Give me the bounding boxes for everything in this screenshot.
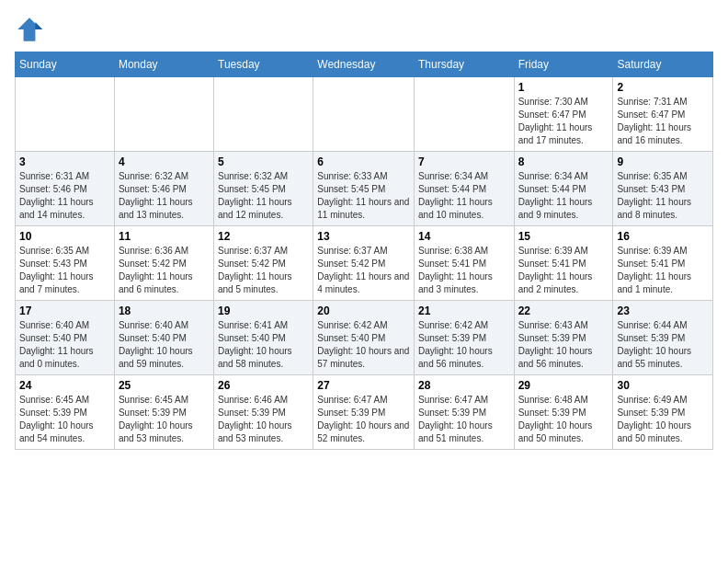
day-info: Sunrise: 6:32 AM Sunset: 5:45 PM Dayligh… [218,170,309,222]
day-number: 6 [317,155,410,168]
day-number: 13 [317,230,410,243]
calendar-cell: 4Sunrise: 6:32 AM Sunset: 5:46 PM Daylig… [114,152,213,226]
day-info: Sunrise: 6:46 AM Sunset: 5:39 PM Dayligh… [218,394,309,445]
day-number: 14 [418,230,510,243]
day-info: Sunrise: 6:36 AM Sunset: 5:42 PM Dayligh… [119,245,210,296]
calendar-cell: 30Sunrise: 6:49 AM Sunset: 5:39 PM Dayli… [613,375,713,450]
day-info: Sunrise: 6:37 AM Sunset: 5:42 PM Dayligh… [317,245,410,296]
calendar-cell: 19Sunrise: 6:41 AM Sunset: 5:40 PM Dayli… [214,301,313,375]
day-number: 15 [518,230,609,243]
calendar-week-row: 24Sunrise: 6:45 AM Sunset: 5:39 PM Dayli… [16,375,713,450]
calendar-cell: 28Sunrise: 6:47 AM Sunset: 5:39 PM Dayli… [415,375,515,450]
day-number: 17 [19,304,110,317]
day-number: 7 [418,155,510,168]
day-number: 11 [119,230,210,243]
calendar-cell: 5Sunrise: 6:32 AM Sunset: 5:45 PM Daylig… [214,152,313,226]
calendar-week-row: 17Sunrise: 6:40 AM Sunset: 5:40 PM Dayli… [16,301,713,375]
calendar-cell [16,77,115,152]
day-number: 20 [317,304,410,317]
day-number: 27 [317,379,410,392]
day-info: Sunrise: 6:47 AM Sunset: 5:39 PM Dayligh… [418,394,510,445]
day-number: 18 [119,304,210,317]
calendar-cell: 15Sunrise: 6:39 AM Sunset: 5:41 PM Dayli… [514,226,613,301]
calendar-cell: 17Sunrise: 6:40 AM Sunset: 5:40 PM Dayli… [16,301,115,375]
day-info: Sunrise: 6:42 AM Sunset: 5:40 PM Dayligh… [317,319,410,371]
day-info: Sunrise: 6:37 AM Sunset: 5:42 PM Dayligh… [218,245,309,296]
day-of-week-header: Wednesday [313,52,415,77]
calendar-cell: 14Sunrise: 6:38 AM Sunset: 5:41 PM Dayli… [415,226,515,301]
day-info: Sunrise: 6:45 AM Sunset: 5:39 PM Dayligh… [119,394,210,445]
day-info: Sunrise: 6:49 AM Sunset: 5:39 PM Dayligh… [617,394,709,445]
calendar-week-row: 10Sunrise: 6:35 AM Sunset: 5:43 PM Dayli… [16,226,713,301]
calendar-cell: 23Sunrise: 6:44 AM Sunset: 5:39 PM Dayli… [613,301,713,375]
calendar-cell: 3Sunrise: 6:31 AM Sunset: 5:46 PM Daylig… [16,152,115,226]
calendar-cell: 18Sunrise: 6:40 AM Sunset: 5:40 PM Dayli… [114,301,213,375]
day-number: 25 [119,379,210,392]
calendar-cell [313,77,415,152]
day-number: 19 [218,304,309,317]
calendar-cell: 24Sunrise: 6:45 AM Sunset: 5:39 PM Dayli… [16,375,115,450]
day-info: Sunrise: 6:40 AM Sunset: 5:40 PM Dayligh… [119,319,210,371]
day-number: 29 [518,379,609,392]
day-info: Sunrise: 6:44 AM Sunset: 5:39 PM Dayligh… [617,319,709,371]
calendar-cell: 27Sunrise: 6:47 AM Sunset: 5:39 PM Dayli… [313,375,415,450]
day-number: 30 [617,379,709,392]
day-info: Sunrise: 6:31 AM Sunset: 5:46 PM Dayligh… [19,170,110,222]
day-info: Sunrise: 6:35 AM Sunset: 5:43 PM Dayligh… [19,245,110,296]
day-info: Sunrise: 6:34 AM Sunset: 5:44 PM Dayligh… [518,170,609,222]
day-of-week-header: Tuesday [214,52,313,77]
calendar-cell [415,77,515,152]
day-info: Sunrise: 6:48 AM Sunset: 5:39 PM Dayligh… [518,394,609,445]
logo-icon [15,15,44,44]
calendar-cell: 22Sunrise: 6:43 AM Sunset: 5:39 PM Dayli… [514,301,613,375]
svg-marker-1 [35,22,42,29]
day-info: Sunrise: 6:39 AM Sunset: 5:41 PM Dayligh… [518,245,609,296]
calendar-cell: 29Sunrise: 6:48 AM Sunset: 5:39 PM Dayli… [514,375,613,450]
day-number: 26 [218,379,309,392]
calendar-cell: 11Sunrise: 6:36 AM Sunset: 5:42 PM Dayli… [114,226,213,301]
day-of-week-header: Friday [514,52,613,77]
calendar-cell: 2Sunrise: 7:31 AM Sunset: 6:47 PM Daylig… [613,77,713,152]
calendar-cell: 25Sunrise: 6:45 AM Sunset: 5:39 PM Dayli… [114,375,213,450]
day-of-week-header: Sunday [16,52,115,77]
calendar-cell: 20Sunrise: 6:42 AM Sunset: 5:40 PM Dayli… [313,301,415,375]
day-info: Sunrise: 6:32 AM Sunset: 5:46 PM Dayligh… [119,170,210,222]
day-number: 23 [617,304,709,317]
day-number: 24 [19,379,110,392]
calendar-cell: 10Sunrise: 6:35 AM Sunset: 5:43 PM Dayli… [16,226,115,301]
day-info: Sunrise: 6:42 AM Sunset: 5:39 PM Dayligh… [418,319,510,371]
day-number: 21 [418,304,510,317]
day-info: Sunrise: 6:33 AM Sunset: 5:45 PM Dayligh… [317,170,410,222]
calendar-table: SundayMondayTuesdayWednesdayThursdayFrid… [15,52,713,450]
calendar-week-row: 3Sunrise: 6:31 AM Sunset: 5:46 PM Daylig… [16,152,713,226]
logo [15,15,48,44]
calendar-cell [214,77,313,152]
calendar-cell: 13Sunrise: 6:37 AM Sunset: 5:42 PM Dayli… [313,226,415,301]
day-number: 9 [617,155,709,168]
page-header [15,15,713,44]
calendar-header-row: SundayMondayTuesdayWednesdayThursdayFrid… [16,52,713,77]
calendar-cell: 7Sunrise: 6:34 AM Sunset: 5:44 PM Daylig… [415,152,515,226]
day-info: Sunrise: 6:35 AM Sunset: 5:43 PM Dayligh… [617,170,709,222]
day-info: Sunrise: 6:39 AM Sunset: 5:41 PM Dayligh… [617,245,709,296]
day-number: 28 [418,379,510,392]
day-info: Sunrise: 6:45 AM Sunset: 5:39 PM Dayligh… [19,394,110,445]
day-info: Sunrise: 6:41 AM Sunset: 5:40 PM Dayligh… [218,319,309,371]
day-number: 8 [518,155,609,168]
calendar-cell: 12Sunrise: 6:37 AM Sunset: 5:42 PM Dayli… [214,226,313,301]
calendar-week-row: 1Sunrise: 7:30 AM Sunset: 6:47 PM Daylig… [16,77,713,152]
day-info: Sunrise: 6:47 AM Sunset: 5:39 PM Dayligh… [317,394,410,445]
day-number: 1 [518,81,609,94]
day-info: Sunrise: 6:43 AM Sunset: 5:39 PM Dayligh… [518,319,609,371]
calendar-cell: 6Sunrise: 6:33 AM Sunset: 5:45 PM Daylig… [313,152,415,226]
day-number: 16 [617,230,709,243]
day-number: 5 [218,155,309,168]
calendar-cell: 21Sunrise: 6:42 AM Sunset: 5:39 PM Dayli… [415,301,515,375]
calendar-cell [114,77,213,152]
calendar-cell: 8Sunrise: 6:34 AM Sunset: 5:44 PM Daylig… [514,152,613,226]
day-info: Sunrise: 6:40 AM Sunset: 5:40 PM Dayligh… [19,319,110,371]
day-info: Sunrise: 7:30 AM Sunset: 6:47 PM Dayligh… [518,96,609,147]
day-info: Sunrise: 6:38 AM Sunset: 5:41 PM Dayligh… [418,245,510,296]
day-number: 22 [518,304,609,317]
day-info: Sunrise: 6:34 AM Sunset: 5:44 PM Dayligh… [418,170,510,222]
